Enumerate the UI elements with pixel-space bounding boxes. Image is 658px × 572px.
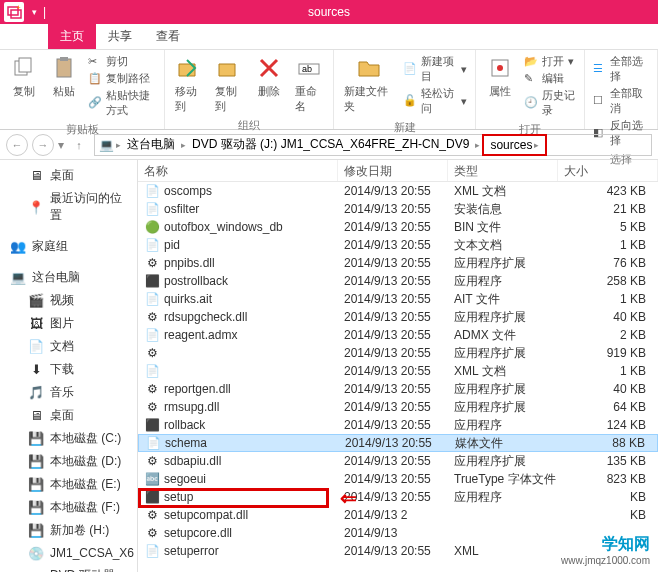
- quick-access-dropdown-icon[interactable]: ▾: [32, 7, 37, 17]
- breadcrumb-sep-icon[interactable]: ▸: [116, 140, 121, 150]
- file-row[interactable]: ⚙rdsupgcheck.dll2014/9/13 20:55应用程序扩展40 …: [138, 308, 658, 326]
- file-date: 2014/9/13 20:55: [338, 328, 448, 342]
- disk-icon: 💾: [28, 477, 44, 493]
- copy-path-button[interactable]: 📋复制路径: [88, 71, 156, 86]
- file-size: 1 KB: [558, 364, 658, 378]
- up-button[interactable]: ↑: [68, 134, 90, 156]
- crumb-sources[interactable]: sources: [490, 138, 532, 152]
- watermark-title: 学知网: [602, 534, 650, 555]
- file-row[interactable]: 🔤segoeui2014/9/13 20:55TrueType 字体文件823 …: [138, 470, 658, 488]
- tab-share[interactable]: 共享: [96, 24, 144, 49]
- rename-button[interactable]: ab 重命名: [291, 52, 327, 116]
- file-row[interactable]: 📄2014/9/13 20:55XML 文档1 KB: [138, 362, 658, 380]
- file-row[interactable]: 📄schema2014/9/13 20:55媒体文件88 KB: [138, 434, 658, 452]
- file-row[interactable]: 📄osfilter2014/9/13 20:55安装信息21 KB: [138, 200, 658, 218]
- breadcrumb-sep-icon[interactable]: ▸: [181, 140, 186, 150]
- column-type[interactable]: 类型: [448, 160, 558, 181]
- new-folder-button[interactable]: 新建文件夹: [340, 52, 397, 116]
- crumb-dvd[interactable]: DVD 驱动器 (J:) JM1_CCSA_X64FRE_ZH-CN_DV9: [188, 136, 473, 153]
- copy-to-button[interactable]: 复制到: [211, 52, 247, 116]
- sidebar-item-recent[interactable]: 📍最近访问的位置: [0, 187, 137, 227]
- file-row[interactable]: ⬛rollback2014/9/13 20:55应用程序124 KB: [138, 416, 658, 434]
- cut-button[interactable]: ✂剪切: [88, 54, 156, 69]
- sidebar-item-homegroup[interactable]: 👥家庭组: [0, 235, 137, 258]
- file-list[interactable]: 📄oscomps2014/9/13 20:55XML 文档423 KB📄osfi…: [138, 182, 658, 572]
- computer-icon: 💻: [99, 138, 114, 152]
- file-name: oscomps: [164, 184, 212, 198]
- sidebar-item-documents[interactable]: 📄文档: [0, 335, 137, 358]
- sidebar-item-downloads[interactable]: ⬇下载: [0, 358, 137, 381]
- sidebar-item-music[interactable]: 🎵音乐: [0, 381, 137, 404]
- recent-dropdown-icon[interactable]: ▾: [58, 138, 64, 152]
- file-row[interactable]: ⚙2014/9/13 20:55应用程序扩展919 KB: [138, 344, 658, 362]
- tab-view[interactable]: 查看: [144, 24, 192, 49]
- file-size: KB: [558, 490, 658, 504]
- sidebar-item-dvd-drive[interactable]: 💿DVD 驱动器 (J:: [0, 564, 137, 572]
- column-date[interactable]: 修改日期: [338, 160, 448, 181]
- file-name: reportgen.dll: [164, 382, 231, 396]
- sidebar-item-local-f[interactable]: 💾本地磁盘 (F:): [0, 496, 137, 519]
- ribbon-group-select: ☰全部选择 ☐全部取消 ◧反向选择 选择: [585, 50, 658, 129]
- properties-button[interactable]: 属性: [482, 52, 518, 101]
- file-size: 5 KB: [558, 220, 658, 234]
- file-row[interactable]: 📄quirks.ait2014/9/13 20:55AIT 文件1 KB: [138, 290, 658, 308]
- delete-button[interactable]: 删除: [251, 52, 287, 101]
- file-name: osfilter: [164, 202, 199, 216]
- sidebar-item-this-pc[interactable]: 💻这台电脑: [0, 266, 137, 289]
- new-item-button[interactable]: 📄新建项目▾: [403, 54, 467, 84]
- file-row[interactable]: 📄pid2014/9/13 20:55文本文档1 KB: [138, 236, 658, 254]
- sidebar-item-local-e[interactable]: 💾本地磁盘 (E:): [0, 473, 137, 496]
- file-row[interactable]: ⚙setupcompat.dll2014/9/13 2KB: [138, 506, 658, 524]
- file-row[interactable]: ⚙reportgen.dll2014/9/13 20:55应用程序扩展40 KB: [138, 380, 658, 398]
- breadcrumb-sep-icon[interactable]: ▸: [475, 140, 480, 150]
- file-row[interactable]: 📄oscomps2014/9/13 20:55XML 文档423 KB: [138, 182, 658, 200]
- sidebar-item-pictures[interactable]: 🖼图片: [0, 312, 137, 335]
- select-none-button[interactable]: ☐全部取消: [593, 86, 649, 116]
- file-row[interactable]: 📄reagent.admx2014/9/13 20:55ADMX 文件2 KB: [138, 326, 658, 344]
- delete-icon: [255, 54, 283, 82]
- paste-button[interactable]: 粘贴: [46, 52, 82, 101]
- file-type: XML: [448, 544, 558, 558]
- edit-button[interactable]: ✎编辑: [524, 71, 576, 86]
- file-row[interactable]: ⚙sdbapiu.dll2014/9/13 20:55应用程序扩展135 KB: [138, 452, 658, 470]
- file-date: 2014/9/13 20:55: [338, 364, 448, 378]
- tab-home[interactable]: 主页: [48, 24, 96, 49]
- breadcrumb[interactable]: 💻 ▸ 这台电脑 ▸ DVD 驱动器 (J:) JM1_CCSA_X64FRE_…: [94, 134, 652, 156]
- file-type: TrueType 字体文件: [448, 471, 558, 488]
- column-size[interactable]: 大小: [558, 160, 658, 181]
- file-area: 名称 修改日期 类型 大小 📄oscomps2014/9/13 20:55XML…: [138, 160, 658, 572]
- column-name[interactable]: 名称: [138, 160, 338, 181]
- file-type: 媒体文件: [449, 435, 559, 452]
- history-button[interactable]: 🕘历史记录: [524, 88, 576, 118]
- file-type: ADMX 文件: [448, 327, 558, 344]
- crumb-this-pc[interactable]: 这台电脑: [123, 136, 179, 153]
- back-button[interactable]: ←: [6, 134, 28, 156]
- sidebar-item-desktop[interactable]: 🖥桌面: [0, 164, 137, 187]
- sidebar-item-desktop2[interactable]: 🖥桌面: [0, 404, 137, 427]
- copy-button[interactable]: 复制: [6, 52, 42, 101]
- recent-icon: 📍: [28, 199, 44, 215]
- ribbon-tabs: 主页 共享 查看: [0, 24, 658, 50]
- move-to-button[interactable]: 移动到: [171, 52, 207, 116]
- sidebar-item-new-vol-h[interactable]: 💾新加卷 (H:): [0, 519, 137, 542]
- sidebar-item-jm1[interactable]: 💿JM1_CCSA_X6: [0, 542, 137, 564]
- sidebar-item-videos[interactable]: 🎬视频: [0, 289, 137, 312]
- select-all-button[interactable]: ☰全部选择: [593, 54, 649, 84]
- file-name: postrollback: [164, 274, 228, 288]
- easy-access-button[interactable]: 🔓轻松访问▾: [403, 86, 467, 116]
- paste-shortcut-button[interactable]: 🔗粘贴快捷方式: [88, 88, 156, 118]
- chevron-down-icon: ▾: [461, 95, 467, 108]
- file-icon: 📄: [144, 543, 160, 559]
- sidebar-item-local-d[interactable]: 💾本地磁盘 (D:): [0, 450, 137, 473]
- file-row[interactable]: ⬛setup2014/9/13 20:55应用程序KB: [138, 488, 658, 506]
- file-row[interactable]: ⚙pnpibs.dll2014/9/13 20:55应用程序扩展76 KB: [138, 254, 658, 272]
- open-button[interactable]: 📂打开▾: [524, 54, 576, 69]
- breadcrumb-sep-icon[interactable]: ▸: [534, 140, 539, 150]
- file-row[interactable]: 🟢outofbox_windows_db2014/9/13 20:55BIN 文…: [138, 218, 658, 236]
- svg-text:ab: ab: [302, 64, 312, 74]
- file-row[interactable]: ⬛postrollback2014/9/13 20:55应用程序258 KB: [138, 272, 658, 290]
- file-icon: ⬛: [144, 273, 160, 289]
- file-row[interactable]: ⚙rmsupg.dll2014/9/13 20:55应用程序扩展64 KB: [138, 398, 658, 416]
- sidebar-item-local-c[interactable]: 💾本地磁盘 (C:): [0, 427, 137, 450]
- forward-button[interactable]: →: [32, 134, 54, 156]
